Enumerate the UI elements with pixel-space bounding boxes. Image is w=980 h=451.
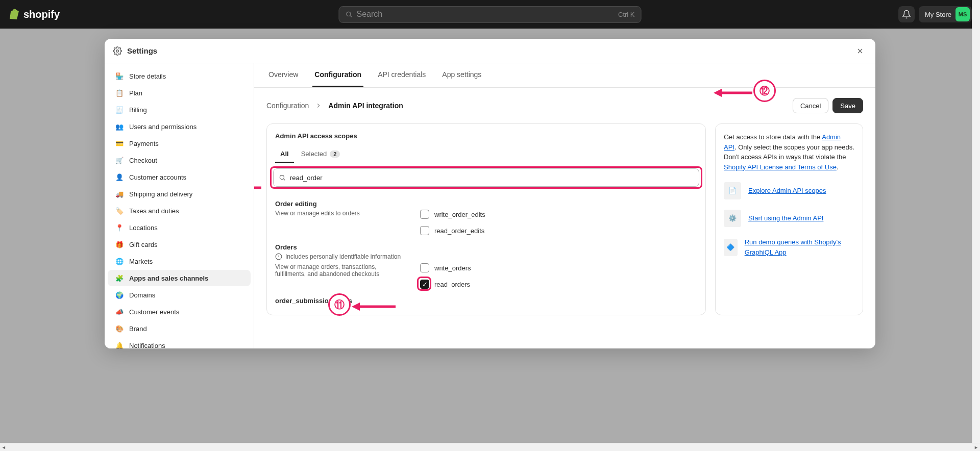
scope-group-desc: View or manage edits to orders [275, 210, 408, 217]
sidebar-icon: 👥 [115, 122, 124, 131]
svg-line-6 [284, 179, 285, 181]
sidebar-icon: 🔔 [115, 341, 124, 348]
sidebar-item-store-details[interactable]: 🏪Store details [108, 68, 251, 84]
sidebar-icon: 🌐 [115, 257, 124, 266]
sidebar-icon: 📍 [115, 223, 124, 232]
tab-configuration[interactable]: Configuration [312, 63, 363, 87]
app-tabs: OverviewConfigurationAPI credentialsApp … [254, 63, 875, 88]
breadcrumb-current: Admin API integration [328, 102, 403, 110]
resource-link: 🔷Run demo queries with Shopify's GraphiQ… [724, 237, 854, 257]
svg-point-0 [347, 12, 351, 16]
top-bar: shopify Search Ctrl K My Store MS [0, 0, 980, 29]
store-label: My Store [925, 11, 951, 18]
bell-icon [902, 10, 911, 19]
scopes-card-title: Admin API access scopes [267, 124, 705, 146]
sidebar-icon: 🧩 [115, 273, 124, 283]
checkbox-checked-icon: ✓ [420, 280, 429, 289]
sidebar-icon: 🎨 [115, 324, 124, 333]
sidebar-item-gift-cards[interactable]: 🎁Gift cards [108, 236, 251, 253]
scope-group-title: order_submission_rules [275, 297, 697, 305]
scope-write_orders[interactable]: write_orders [420, 263, 471, 272]
scope-read_order_edits[interactable]: read_order_edits [420, 226, 485, 235]
resource-icon: 📄 [724, 182, 741, 199]
sidebar-item-shipping-and-delivery[interactable]: 🚚Shipping and delivery [108, 186, 251, 202]
sidebar-item-markets[interactable]: 🌐Markets [108, 253, 251, 269]
global-search[interactable]: Search Ctrl K [339, 6, 642, 23]
sidebar-icon: 🚚 [115, 189, 124, 198]
settings-sidebar: 🏪Store details📋Plan🧾Billing👥Users and pe… [105, 63, 254, 348]
settings-modal: Settings 🏪Store details📋Plan🧾Billing👥Use… [105, 39, 875, 348]
vertical-scrollbar[interactable] [972, 0, 980, 443]
breadcrumb-parent[interactable]: Configuration [266, 102, 309, 110]
settings-main: OverviewConfigurationAPI credentialsApp … [254, 63, 875, 348]
avatar: MS [955, 7, 970, 21]
sidebar-icon: 👤 [115, 172, 124, 182]
search-placeholder: Search [357, 10, 383, 19]
scope-group-title: Orders [275, 243, 697, 251]
subtab-selected[interactable]: Selected 2 [296, 146, 346, 163]
modal-title: Settings [127, 46, 157, 55]
sidebar-item-customer-accounts[interactable]: 👤Customer accounts [108, 169, 251, 185]
sidebar-item-taxes-and-duties[interactable]: 🏷️Taxes and duties [108, 203, 251, 219]
sidebar-icon: 🌍 [115, 290, 124, 299]
resource-icon: ⚙️ [724, 210, 741, 227]
tab-app-settings[interactable]: App settings [440, 63, 483, 87]
resource-link: ⚙️Start using the Admin API [724, 210, 854, 227]
checkbox-icon [420, 263, 429, 272]
resource-anchor[interactable]: Run demo queries with Shopify's GraphiQL… [745, 237, 854, 257]
subtab-all[interactable]: All [275, 146, 294, 163]
sidebar-icon: 🛒 [115, 156, 124, 165]
info-text: Get access to store data with the Admin … [724, 132, 854, 172]
shopify-logo[interactable]: shopify [8, 8, 60, 20]
sidebar-icon: 💳 [115, 139, 124, 148]
checkbox-icon [420, 210, 429, 219]
scopes-card: Admin API access scopes All Selected 2 [266, 123, 706, 315]
info-card: Get access to store data with the Admin … [715, 123, 863, 315]
sidebar-item-apps-and-sales-channels[interactable]: 🧩Apps and sales channels [108, 270, 251, 286]
shopify-bag-icon [8, 8, 20, 20]
scope-search[interactable] [273, 168, 699, 187]
tab-overview[interactable]: Overview [266, 63, 300, 87]
pii-warning: Includes personally identifiable informa… [275, 253, 697, 260]
scope-read_orders[interactable]: ✓read_orders [420, 280, 471, 289]
sidebar-icon: 🏪 [115, 71, 124, 81]
horizontal-scrollbar[interactable] [0, 443, 980, 451]
sidebar-icon: 🧾 [115, 105, 124, 114]
resource-link: 📄Explore Admin API scopes [724, 182, 854, 199]
sidebar-item-customer-events[interactable]: 📣Customer events [108, 304, 251, 320]
sidebar-item-billing[interactable]: 🧾Billing [108, 102, 251, 118]
sidebar-item-notifications[interactable]: 🔔Notifications [108, 337, 251, 348]
sidebar-icon: 🏷️ [115, 206, 124, 215]
chevron-right-icon [315, 102, 322, 109]
search-kbd: Ctrl K [618, 11, 635, 18]
svg-point-5 [280, 175, 284, 179]
scope-list: Order editingView or manage edits to ord… [267, 192, 705, 315]
resource-anchor[interactable]: Explore Admin API scopes [748, 186, 826, 196]
scope-write_order_edits[interactable]: write_order_edits [420, 210, 485, 219]
sidebar-item-domains[interactable]: 🌍Domains [108, 287, 251, 303]
sidebar-item-payments[interactable]: 💳Payments [108, 135, 251, 152]
license-link[interactable]: Shopify API License and Terms of Use [724, 163, 837, 171]
resource-anchor[interactable]: Start using the Admin API [748, 213, 823, 223]
resource-icon: 🔷 [724, 239, 738, 256]
gear-icon [113, 46, 122, 56]
sidebar-item-checkout[interactable]: 🛒Checkout [108, 152, 251, 168]
sidebar-item-plan[interactable]: 📋Plan [108, 85, 251, 101]
close-button[interactable] [853, 44, 867, 58]
brand-text: shopify [23, 9, 60, 20]
save-button[interactable]: Save [832, 98, 863, 113]
scope-search-input[interactable] [290, 174, 694, 182]
tab-api-credentials[interactable]: API credentials [376, 63, 428, 87]
sidebar-icon: 🎁 [115, 240, 124, 249]
cancel-button[interactable]: Cancel [793, 98, 828, 113]
sidebar-item-brand[interactable]: 🎨Brand [108, 320, 251, 337]
notifications-button[interactable] [898, 6, 915, 22]
sidebar-item-locations[interactable]: 📍Locations [108, 219, 251, 236]
sidebar-icon: 📋 [115, 88, 124, 97]
search-icon [279, 174, 286, 181]
search-icon [346, 11, 353, 18]
sidebar-item-users-and-permissions[interactable]: 👥Users and permissions [108, 118, 251, 135]
svg-point-2 [116, 49, 119, 52]
store-switcher[interactable]: My Store MS [919, 6, 972, 22]
selected-count-badge: 2 [330, 151, 340, 158]
